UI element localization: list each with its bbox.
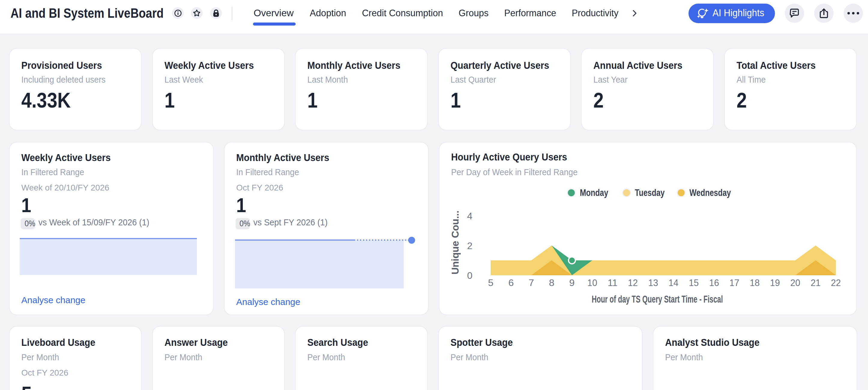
svg-text:22: 22 <box>831 277 841 288</box>
svg-text:6: 6 <box>508 277 514 288</box>
svg-text:2: 2 <box>467 240 472 251</box>
svg-text:5: 5 <box>488 277 493 288</box>
svg-text:Unique Cou...: Unique Cou... <box>450 211 461 275</box>
svg-text:20: 20 <box>790 277 800 288</box>
svg-text:8: 8 <box>549 277 554 288</box>
svg-text:9: 9 <box>569 277 575 288</box>
svg-text:18: 18 <box>750 277 760 288</box>
svg-text:11: 11 <box>608 277 617 288</box>
svg-text:17: 17 <box>729 277 739 288</box>
svg-text:15: 15 <box>689 277 699 288</box>
svg-text:Hour of day TS Query Start Tim: Hour of day TS Query Start Time - Fiscal <box>592 294 723 305</box>
svg-text:21: 21 <box>811 277 820 288</box>
svg-text:10: 10 <box>587 277 597 288</box>
svg-text:12: 12 <box>628 277 638 288</box>
svg-text:4: 4 <box>467 211 472 221</box>
svg-text:0: 0 <box>467 270 472 281</box>
svg-text:16: 16 <box>709 277 719 288</box>
svg-text:13: 13 <box>648 277 658 288</box>
svg-text:7: 7 <box>529 277 534 288</box>
svg-text:14: 14 <box>669 277 678 288</box>
svg-text:19: 19 <box>770 277 780 288</box>
